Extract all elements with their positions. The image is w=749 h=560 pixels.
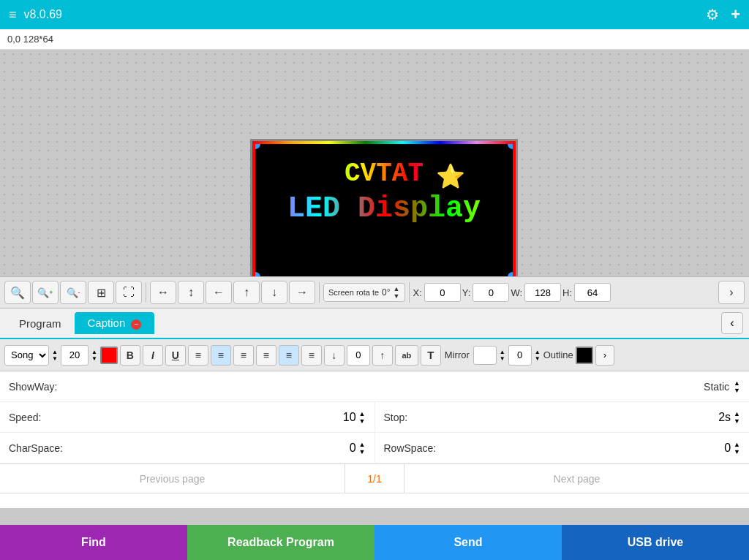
- canvas-area: CVTAT ⭐ LED Display: [0, 50, 749, 276]
- spacer: [0, 493, 749, 508]
- w-input[interactable]: [524, 283, 561, 302]
- h-coord-group: H:: [562, 283, 611, 302]
- tab-caption[interactable]: Caption −: [75, 312, 155, 333]
- coords-text: 0,0 128*64: [7, 34, 53, 45]
- handle-br[interactable]: [508, 272, 516, 276]
- send-button[interactable]: Send: [374, 525, 562, 560]
- zoom-in-button[interactable]: 🔍+: [32, 281, 59, 304]
- toolbar-sep1: [146, 282, 146, 303]
- charspace-spinner[interactable]: ▲ ▼: [359, 441, 366, 455]
- charspace-label: CharSpace:: [9, 442, 75, 454]
- coords-bar: 0,0 128*64: [0, 29, 749, 50]
- mirror-input[interactable]: [473, 346, 497, 365]
- grid-button[interactable]: ⊞: [88, 281, 114, 304]
- x-coord-group: X:: [413, 283, 461, 302]
- mirror-spinner[interactable]: ▲ ▼: [500, 349, 505, 362]
- align-full-button[interactable]: ≡: [279, 345, 299, 366]
- italic-button[interactable]: I: [143, 345, 163, 366]
- tab-program-label: Program: [19, 317, 61, 330]
- toolbar-sep2: [319, 282, 320, 303]
- move-horizontal-button[interactable]: ↔: [150, 281, 176, 304]
- y-coord-group: Y:: [462, 283, 510, 302]
- settings-icon[interactable]: ⚙: [706, 6, 719, 23]
- font-style-icon[interactable]: T: [421, 345, 441, 366]
- usb-drive-button[interactable]: USB drive: [562, 525, 749, 560]
- font-name-select[interactable]: Song: [4, 345, 49, 366]
- zoom-out-button[interactable]: 🔍-: [60, 281, 86, 304]
- charspace-value: 0: [350, 442, 356, 455]
- mirror-offset-input[interactable]: [508, 345, 532, 366]
- led-display: CVTAT ⭐ LED Display: [252, 141, 516, 276]
- screen-rotate-group: Screen rota te 0° ▲ ▼: [323, 283, 405, 302]
- font-size-input[interactable]: [61, 345, 89, 366]
- add-icon[interactable]: +: [731, 5, 740, 24]
- toolbar-sep3: [409, 282, 410, 303]
- screen-rotate-label: Screen rota te: [328, 288, 379, 297]
- arrow-up-button[interactable]: ↑: [233, 281, 260, 304]
- ab-icon[interactable]: ab: [395, 345, 418, 366]
- align-left-button[interactable]: ≡: [188, 345, 208, 366]
- find-button[interactable]: Find: [0, 525, 187, 560]
- stop-spinner[interactable]: ▲ ▼: [734, 410, 740, 425]
- font-name-spinner[interactable]: ▲ ▼: [52, 349, 58, 362]
- move-down-icon[interactable]: ↓: [324, 345, 345, 366]
- align-center-button[interactable]: ≡: [211, 345, 231, 366]
- align-other-button[interactable]: ≡: [301, 345, 322, 366]
- led-line1: CVTAT: [255, 144, 513, 189]
- font-size-spinner[interactable]: ▲ ▼: [91, 349, 97, 362]
- rotation-value: 0°: [382, 287, 390, 298]
- stop-value: 2s: [718, 411, 731, 424]
- showway-spinner[interactable]: ▲ ▼: [734, 379, 740, 394]
- showway-value: Static: [671, 381, 729, 393]
- showway-label: ShowWay:: [9, 381, 75, 393]
- align-right-button[interactable]: ≡: [233, 345, 254, 366]
- star-decoration: ⭐: [436, 162, 465, 190]
- mirror-offset-spinner[interactable]: ▲ ▼: [535, 349, 541, 362]
- arrow-left-button[interactable]: ←: [206, 281, 232, 304]
- tab-scroll-arrow[interactable]: ‹: [721, 312, 743, 334]
- stop-label: Stop:: [384, 412, 450, 423]
- more-toolbar-button[interactable]: ›: [718, 281, 745, 304]
- handle-tr[interactable]: [508, 141, 516, 149]
- mirror-up-arrow[interactable]: ▲: [500, 349, 505, 355]
- readback-button[interactable]: Readback Program: [187, 525, 374, 560]
- h-input[interactable]: [574, 283, 611, 302]
- zoom-fit-button[interactable]: 🔍: [4, 281, 31, 304]
- speed-spinner[interactable]: ▲ ▼: [359, 410, 366, 425]
- align-justify-button[interactable]: ≡: [256, 345, 276, 366]
- rotation-spinner[interactable]: ▲ ▼: [394, 285, 400, 300]
- x-input[interactable]: [424, 283, 461, 302]
- led-line2: LED Display: [255, 192, 513, 225]
- page-indicator: 1/1: [345, 473, 404, 485]
- w-label: W:: [511, 287, 522, 298]
- showway-row: ShowWay: Static ▲ ▼: [0, 371, 749, 402]
- arrow-down-button[interactable]: ↓: [261, 281, 287, 304]
- fullscreen-button[interactable]: ⛶: [116, 281, 142, 304]
- font-color-swatch[interactable]: [100, 347, 118, 364]
- arrow-right-button[interactable]: →: [289, 281, 315, 304]
- more-format-button[interactable]: ›: [595, 345, 614, 366]
- tab-close-icon[interactable]: −: [131, 319, 141, 330]
- offset-input[interactable]: [347, 345, 370, 366]
- handle-bl[interactable]: [252, 272, 260, 276]
- move-vertical-button[interactable]: ↕: [178, 281, 204, 304]
- move-up-icon[interactable]: ↑: [372, 345, 393, 366]
- tab-caption-label: Caption: [88, 317, 126, 329]
- rowspace-value: 0: [724, 442, 731, 455]
- speed-label: Speed:: [9, 412, 75, 423]
- mirror-label: Mirror: [445, 349, 470, 360]
- outline-color-swatch[interactable]: [576, 347, 593, 364]
- properties-panel: ShowWay: Static ▲ ▼ Speed: 10 ▲ ▼ Stop: …: [0, 371, 749, 464]
- speed-cell: Speed: 10 ▲ ▼: [0, 402, 375, 433]
- y-input[interactable]: [473, 283, 509, 302]
- prev-page-button[interactable]: Previous page: [0, 464, 345, 493]
- next-page-button[interactable]: Next page: [404, 464, 749, 493]
- rowspace-spinner[interactable]: ▲ ▼: [734, 441, 740, 455]
- menu-icon[interactable]: ≡: [9, 7, 17, 23]
- speed-stop-row: Speed: 10 ▲ ▼ Stop: 2s ▲ ▼: [0, 402, 749, 433]
- underline-button[interactable]: U: [165, 345, 186, 366]
- x-label: X:: [413, 287, 422, 298]
- bold-button[interactable]: B: [120, 345, 140, 366]
- tab-program[interactable]: Program: [6, 313, 75, 334]
- mirror-down-arrow[interactable]: ▼: [500, 355, 505, 362]
